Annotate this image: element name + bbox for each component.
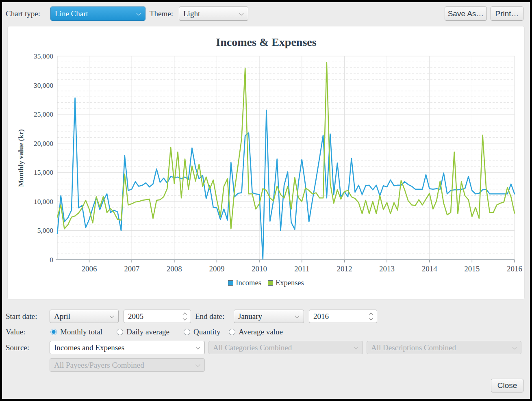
- incomes-swatch-icon: [228, 280, 233, 286]
- svg-text:2012: 2012: [337, 264, 352, 273]
- chevron-down-icon: [354, 345, 358, 349]
- theme-select[interactable]: Light: [179, 7, 248, 21]
- start-date-label: Start date:: [6, 310, 37, 323]
- radio-monthly-total[interactable]: Monthly total: [50, 327, 102, 337]
- svg-text:0: 0: [50, 256, 53, 264]
- description-select: All Descriptions Combined: [367, 341, 521, 354]
- radio-selected-icon: [50, 329, 57, 335]
- svg-text:2016: 2016: [507, 264, 522, 273]
- source-label: Source:: [6, 341, 29, 354]
- svg-text:10,000: 10,000: [34, 197, 53, 206]
- start-year-value: 2005: [128, 312, 143, 321]
- radio-unselected-icon: [184, 329, 190, 335]
- radio-quantity[interactable]: Quantity: [184, 327, 221, 337]
- svg-text:2008: 2008: [167, 264, 182, 273]
- spinner-icon[interactable]: [183, 312, 186, 320]
- radio-label: Average value: [239, 327, 283, 336]
- print-button[interactable]: Print…: [491, 7, 523, 21]
- end-year-value: 2016: [313, 312, 329, 321]
- chevron-down-icon: [195, 362, 200, 366]
- y-axis-title: Monthly value (kr): [17, 129, 25, 187]
- svg-text:2011: 2011: [294, 264, 309, 273]
- payee-value: All Payees/Payers Combined: [54, 361, 144, 370]
- category-select: All Categories Combined: [208, 341, 363, 354]
- chevron-down-icon: [295, 313, 299, 318]
- chart-type-select[interactable]: Line Chart: [50, 7, 145, 21]
- source-value: Incomes and Expenses: [54, 343, 124, 352]
- radio-average-value[interactable]: Average value: [229, 327, 283, 337]
- svg-text:20,000: 20,000: [34, 139, 53, 147]
- description-value: All Descriptions Combined: [371, 343, 456, 352]
- svg-text:2014: 2014: [422, 264, 438, 273]
- chart-type-label: Chart type:: [6, 7, 40, 21]
- end-month-value: January: [238, 312, 262, 321]
- theme-label: Theme:: [150, 7, 173, 21]
- svg-text:2015: 2015: [464, 264, 480, 273]
- svg-text:30,000: 30,000: [34, 81, 53, 89]
- chevron-down-icon: [109, 313, 114, 318]
- chevron-down-icon: [136, 11, 141, 15]
- chevron-down-icon: [195, 345, 200, 349]
- svg-text:2009: 2009: [209, 264, 224, 273]
- svg-text:5,000: 5,000: [37, 226, 54, 234]
- source-select[interactable]: Incomes and Expenses: [50, 341, 205, 354]
- start-month-value: April: [54, 312, 70, 321]
- start-year-input[interactable]: 2005: [124, 310, 191, 323]
- legend-label-incomes: Incomes: [236, 279, 261, 287]
- svg-text:25,000: 25,000: [34, 110, 53, 118]
- end-month-select[interactable]: January: [234, 310, 304, 323]
- theme-value: Light: [183, 9, 200, 18]
- close-button[interactable]: Close: [491, 379, 523, 392]
- chart-legend: Incomes Expenses: [8, 277, 524, 288]
- radio-label: Daily average: [126, 327, 169, 336]
- end-year-input[interactable]: 2016: [309, 310, 377, 323]
- radio-unselected-icon: [229, 329, 235, 335]
- chart-title: Incomes & Expenses: [216, 36, 316, 48]
- chart-dialog: Chart type: Line Chart Theme: Light Save…: [2, 2, 530, 399]
- payee-select: All Payees/Payers Combined: [50, 358, 205, 372]
- chart-panel: Incomes & Expenses Monthly value (kr) 20…: [7, 26, 525, 299]
- legend-label-expenses: Expenses: [276, 279, 304, 287]
- svg-text:2013: 2013: [379, 264, 395, 273]
- radio-label: Quantity: [193, 327, 221, 336]
- save-as-button[interactable]: Save As…: [445, 7, 487, 21]
- line-chart: Incomes & Expenses Monthly value (kr) 20…: [8, 26, 525, 300]
- svg-text:2010: 2010: [252, 264, 267, 273]
- radio-unselected-icon: [117, 329, 123, 335]
- radio-daily-average[interactable]: Daily average: [117, 327, 169, 337]
- svg-text:2007: 2007: [124, 264, 139, 273]
- chevron-down-icon: [512, 345, 517, 349]
- end-date-label: End date:: [195, 310, 224, 323]
- svg-text:15,000: 15,000: [34, 168, 53, 176]
- legend-item-incomes: Incomes: [228, 279, 261, 287]
- legend-item-expenses: Expenses: [268, 279, 304, 287]
- value-label: Value:: [6, 327, 26, 337]
- start-month-select[interactable]: April: [50, 310, 119, 323]
- svg-text:35,000: 35,000: [34, 52, 53, 60]
- svg-text:2006: 2006: [81, 264, 97, 273]
- expenses-swatch-icon: [268, 280, 273, 286]
- chart-type-value: Line Chart: [55, 9, 88, 18]
- spinner-icon[interactable]: [369, 312, 372, 320]
- chevron-down-icon: [239, 11, 243, 15]
- radio-label: Monthly total: [60, 327, 102, 336]
- category-value: All Categories Combined: [213, 343, 292, 352]
